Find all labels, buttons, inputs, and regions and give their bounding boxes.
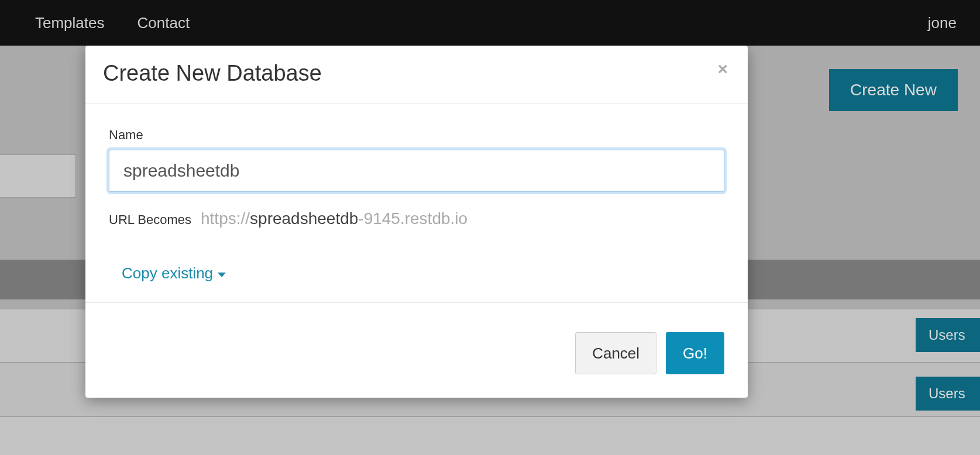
url-suffix: -9145.restdb.io [358,209,467,227]
modal-footer: Cancel Go! [85,302,748,398]
nav-user[interactable]: jone [928,14,957,32]
database-name-input[interactable] [109,150,724,192]
top-nav: Templates Contact jone [0,0,980,46]
page-background: Create New Users Users Create New Databa… [0,46,980,455]
create-database-modal: Create New Database × Name URL Becomes h… [85,46,748,398]
nav-templates[interactable]: Templates [35,14,105,32]
caret-down-icon [218,273,226,277]
close-icon[interactable]: × [715,58,730,80]
nav-left: Templates Contact [35,14,190,32]
cancel-button[interactable]: Cancel [575,332,656,374]
go-button[interactable]: Go! [666,332,724,374]
copy-existing-dropdown[interactable]: Copy existing [122,264,226,282]
copy-existing-label: Copy existing [122,264,213,282]
url-becomes-label: URL Becomes [109,212,191,227]
url-name: spreadsheetdb [250,209,358,227]
modal-body: Name URL Becomes https://spreadsheetdb-9… [85,104,748,302]
name-label: Name [109,127,724,143]
url-preview: URL Becomes https://spreadsheetdb-9145.r… [109,209,724,228]
modal-title: Create New Database [103,61,322,86]
url-prefix: https:// [201,209,250,227]
modal-header: Create New Database × [85,46,748,104]
url-value: https://spreadsheetdb-9145.restdb.io [201,209,467,228]
nav-contact[interactable]: Contact [137,14,190,32]
